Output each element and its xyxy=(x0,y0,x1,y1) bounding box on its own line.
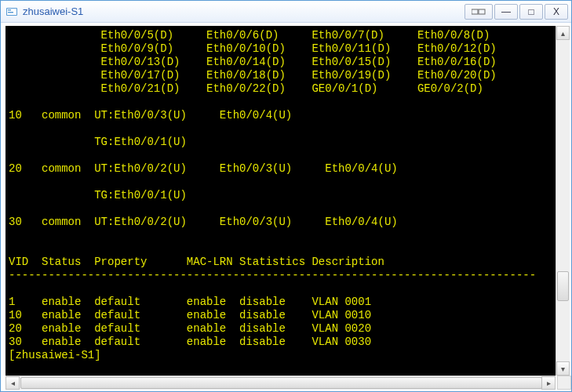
vscroll-thumb[interactable] xyxy=(557,271,569,301)
terminal-output[interactable]: Eth0/0/5(D) Eth0/0/6(D) Eth0/0/7(D) Eth0… xyxy=(5,26,556,376)
scroll-down-arrow-icon[interactable]: ▾ xyxy=(556,361,570,376)
minimize-button[interactable]: — xyxy=(494,4,518,20)
horizontal-scrollbar[interactable]: ◂ ▸ xyxy=(5,376,556,390)
scroll-left-arrow-icon[interactable]: ◂ xyxy=(5,376,20,390)
svg-rect-2 xyxy=(8,9,11,11)
content-area: Eth0/0/5(D) Eth0/0/6(D) Eth0/0/7(D) Eth0… xyxy=(1,23,571,391)
vertical-scrollbar[interactable]: ▴ ▾ xyxy=(556,26,570,376)
vscroll-track[interactable] xyxy=(556,40,570,361)
hscroll-track[interactable] xyxy=(20,376,541,390)
terminal-window: zhusaiwei-S1 — □ X Eth0/0/5(D) Eth0/0/6(… xyxy=(0,0,572,392)
scroll-up-arrow-icon[interactable]: ▴ xyxy=(556,26,570,40)
maximize-button[interactable]: □ xyxy=(519,4,543,20)
titlebar[interactable]: zhusaiwei-S1 — □ X xyxy=(1,1,571,23)
tab-switch-button[interactable] xyxy=(465,4,493,20)
hscroll-thumb[interactable] xyxy=(20,377,542,389)
terminal-wrap: Eth0/0/5(D) Eth0/0/6(D) Eth0/0/7(D) Eth0… xyxy=(1,23,571,376)
close-button[interactable]: X xyxy=(545,4,568,20)
svg-rect-4 xyxy=(472,9,478,14)
app-icon xyxy=(5,5,18,18)
svg-rect-5 xyxy=(479,9,485,14)
scroll-corner xyxy=(557,376,571,390)
scroll-right-arrow-icon[interactable]: ▸ xyxy=(541,376,556,390)
bottom-scroll-row: ◂ ▸ xyxy=(1,376,571,391)
svg-rect-3 xyxy=(8,12,13,13)
window-title: zhusaiwei-S1 xyxy=(23,5,83,17)
